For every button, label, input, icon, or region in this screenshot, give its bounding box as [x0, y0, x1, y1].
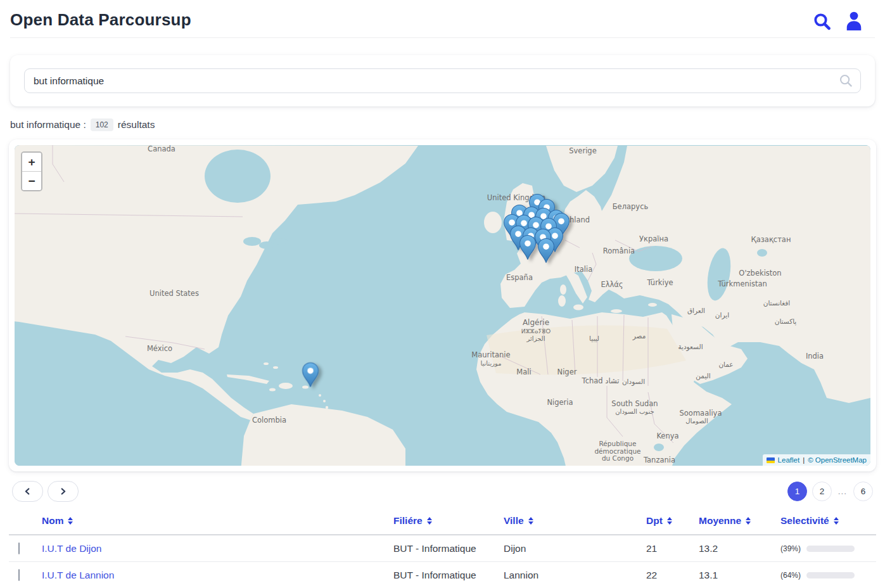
row-dpt: 22 — [646, 570, 699, 581]
table-header-row: Nom Filiére Ville Dpt Moyenne Selectivit… — [9, 507, 876, 535]
sort-icon — [746, 517, 751, 525]
row-name-link[interactable]: I.U.T de Lannion — [42, 570, 393, 581]
search-icon — [839, 74, 853, 90]
map-label: عمان — [718, 361, 733, 368]
map-label: ليبيا — [589, 335, 599, 342]
top-bar: Open Data Parcoursup — [0, 0, 885, 37]
page-number-button[interactable]: ... — [837, 482, 848, 501]
map-label: România — [603, 246, 635, 255]
map-label: موريتانيا — [480, 360, 501, 367]
openstreetmap-link[interactable]: © OpenStreetMap — [808, 456, 867, 464]
column-header-ville[interactable]: Ville — [504, 515, 646, 527]
map-label: du Congo — [602, 454, 634, 462]
row-ville: Lannion — [504, 570, 646, 581]
row-checkbox[interactable] — [18, 542, 20, 554]
map-label: العراق — [687, 307, 705, 315]
page-number-button[interactable]: 6 — [853, 482, 873, 501]
map-label: Mali — [516, 368, 531, 376]
map-card: CanadaSverigeUnited KingdomБеларусьDeuts… — [9, 139, 876, 471]
row-ville: Dijon — [504, 543, 646, 554]
table-row: I.U.T de Dijon BUT - Informatique Dijon … — [9, 535, 876, 562]
row-dpt: 21 — [646, 543, 699, 554]
map-label: مصر — [632, 332, 646, 340]
map-label: Sverige — [569, 146, 596, 155]
row-filiere: BUT - Informatique — [393, 543, 504, 554]
search-icon[interactable] — [813, 11, 832, 32]
results-summary: but informatique : 102 résultats — [10, 118, 875, 131]
map-label: جنوب السودان — [615, 408, 654, 415]
row-checkbox[interactable] — [18, 569, 20, 581]
sort-icon — [68, 517, 73, 525]
row-filiere: BUT - Informatique — [393, 570, 504, 581]
map-attribution: Leaflet | © OpenStreetMap — [763, 454, 870, 466]
selectivity-bar — [806, 546, 855, 552]
map-label: South Sudan — [611, 399, 658, 408]
user-icon[interactable] — [844, 11, 863, 32]
map-label: México — [147, 344, 172, 353]
map-label: España — [506, 273, 533, 282]
map-label: Algérie — [523, 318, 549, 327]
map-label: Kenya — [656, 431, 678, 440]
page-number-button[interactable]: 1 — [787, 482, 807, 501]
zoom-in-button[interactable]: + — [22, 153, 41, 171]
pagination-bar: 1 2 ... 6 — [12, 481, 873, 502]
map-label: United States — [150, 289, 199, 298]
map-label: Nigeria — [547, 398, 573, 407]
search-card — [10, 55, 875, 106]
sort-icon — [528, 517, 533, 525]
map-label: ⵍⵣⵣⴰⵢⴻⵔ — [521, 328, 551, 335]
map-label: India — [806, 352, 824, 361]
row-selectivite: (64%) — [780, 571, 876, 580]
map-zoom-control: + − — [21, 151, 42, 191]
map-label: Colombia — [252, 416, 286, 425]
map-label: ایران — [715, 311, 729, 319]
map-label: Tanzania — [643, 456, 675, 464]
chevron-right-icon — [60, 488, 67, 495]
map-label: افغانستان — [763, 299, 791, 307]
table-row: I.U.T de Lannion BUT - Informatique Lann… — [9, 562, 876, 588]
map-label: Tchad تشاد — [582, 376, 620, 385]
zoom-out-button[interactable]: − — [22, 171, 41, 190]
map-label: Україна — [639, 234, 668, 243]
ukraine-flag-icon — [767, 457, 775, 463]
table-body: I.U.T de Dijon BUT - Informatique Dijon … — [9, 535, 876, 588]
selectivity-percent: (64%) — [780, 571, 801, 580]
column-header-moyenne[interactable]: Moyenne — [699, 515, 780, 527]
map-label: Canada — [148, 145, 175, 153]
map-label: Türkmenistan — [717, 279, 767, 288]
chevron-left-icon — [24, 488, 31, 495]
map-label: الصومال — [685, 418, 708, 425]
next-page-button[interactable] — [48, 481, 79, 502]
row-name-link[interactable]: I.U.T de Dijon — [42, 543, 393, 554]
page-number-button[interactable]: 2 — [812, 482, 832, 501]
map-label: République — [599, 440, 637, 447]
sort-icon — [667, 517, 672, 525]
column-header-nom[interactable]: Nom — [42, 515, 393, 527]
sort-icon — [834, 517, 839, 525]
top-icons — [813, 11, 863, 32]
column-header-selectivite[interactable]: Selectivité — [780, 515, 876, 527]
map-label: السعودية — [678, 343, 703, 351]
map-label: Қазақстан — [751, 235, 791, 244]
column-header-dpt[interactable]: Dpt — [646, 515, 699, 527]
sort-icon — [427, 517, 432, 525]
row-moyenne: 13.1 — [699, 570, 780, 581]
selectivity-percent: (39%) — [780, 544, 801, 553]
map[interactable]: CanadaSverigeUnited KingdomБеларусьDeuts… — [15, 145, 870, 466]
map-label: Soomaaliya — [680, 409, 722, 418]
prev-page-button[interactable] — [12, 481, 43, 502]
leaflet-link[interactable]: Leaflet — [778, 456, 800, 464]
row-selectivite: (39%) — [780, 544, 876, 553]
map-label: الجزائر — [526, 335, 545, 342]
search-input[interactable] — [24, 68, 861, 93]
column-header-filiere[interactable]: Filiére — [393, 515, 504, 527]
map-label: پاکستان — [775, 317, 797, 326]
results-table: Nom Filiére Ville Dpt Moyenne Selectivit… — [9, 507, 876, 588]
map-label: Niger — [557, 368, 577, 376]
map-label: Ελλάς — [601, 280, 623, 289]
row-moyenne: 13.2 — [699, 543, 780, 554]
results-suffix: résultats — [118, 119, 155, 131]
header-divider — [10, 37, 875, 38]
results-query: but informatique : — [10, 119, 86, 131]
world-map-svg: CanadaSverigeUnited KingdomБеларусьDeuts… — [15, 145, 870, 466]
